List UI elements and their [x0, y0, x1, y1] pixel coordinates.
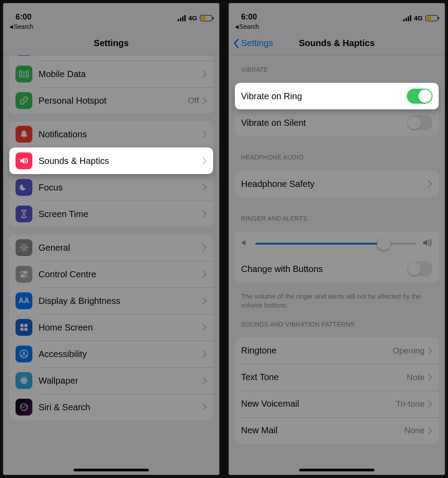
back-to-app[interactable]: ◀ Search	[229, 22, 445, 31]
speaker-high-icon	[422, 238, 432, 249]
settings-row-bluetooth[interactable]: Bluetooth On	[9, 55, 213, 61]
row-label: Siri & Search	[39, 402, 203, 412]
siri-icon	[16, 399, 32, 416]
volume-thumb[interactable]	[377, 237, 390, 250]
change-with-buttons-label: Change with Buttons	[241, 264, 407, 274]
settings-row-home-screen[interactable]: Home Screen	[9, 314, 213, 341]
battery-icon	[425, 15, 438, 21]
chevron-right-icon	[203, 324, 207, 331]
row-label: Personal Hotspot	[39, 96, 188, 106]
row-label: Notifications	[39, 129, 203, 140]
settings-row-control-centre[interactable]: Control Centre	[9, 261, 213, 288]
settings-row-general[interactable]: General	[9, 234, 213, 261]
row-label: Vibrate on Ring	[241, 91, 407, 101]
speaker-low-icon	[241, 238, 249, 249]
row-label: New Mail	[241, 425, 405, 435]
settings-row-mobile-data[interactable]: Mobile Data	[9, 61, 213, 87]
row-label: General	[39, 243, 203, 253]
change-with-buttons-row[interactable]: Change with Buttons	[235, 256, 439, 282]
settings-row-accessibility[interactable]: Accessibility	[9, 341, 213, 367]
toggle-vibrate-ring[interactable]	[407, 89, 432, 104]
status-bar: 6:00 4G	[229, 3, 445, 22]
back-app-label: Search	[239, 23, 259, 30]
sounds-haptics-screen: 6:00 4G ◀ Search Settings Sounds & Hapti…	[229, 3, 445, 475]
chevron-right-icon	[203, 271, 207, 278]
row-label: Focus	[39, 183, 203, 193]
signal-icon	[178, 15, 186, 21]
row-label: Home Screen	[39, 323, 203, 333]
settings-row-screen-time[interactable]: Screen Time	[9, 201, 213, 227]
change-with-buttons-toggle[interactable]	[407, 261, 432, 276]
row-label: Ringtone	[241, 346, 393, 356]
row-voicemail[interactable]: New Voicemail Tri-tone	[235, 391, 439, 417]
row-label: Vibrate on Silent	[241, 118, 407, 128]
navbar: Settings	[3, 31, 219, 55]
aa-icon: AA	[16, 292, 32, 309]
bluetooth-icon	[16, 55, 32, 56]
row-new-mail[interactable]: New Mail None	[235, 417, 439, 444]
toggle-vibrate-silent[interactable]	[407, 115, 432, 130]
gear-icon	[16, 239, 32, 256]
person-icon	[16, 346, 32, 362]
settings-row-personal-hotspot[interactable]: Personal Hotspot Off	[9, 87, 213, 114]
settings-group-alerts: Notifications Sounds & Haptics Focus Scr…	[9, 121, 213, 227]
row-value: None	[405, 426, 425, 435]
flower-icon	[16, 372, 32, 389]
row-ringtone[interactable]: Ringtone Opening	[235, 338, 439, 364]
navbar: Settings Sounds & Haptics	[229, 31, 445, 55]
switches-icon	[16, 266, 32, 283]
row-label: Text Tone	[241, 372, 407, 382]
settings-row-focus[interactable]: Focus	[9, 174, 213, 201]
row-label: Wallpaper	[39, 376, 203, 386]
speaker-icon	[16, 152, 32, 169]
row-vibrate-ring[interactable]: Vibrate on Ring	[235, 83, 439, 109]
page-title: Settings	[3, 38, 219, 48]
chevron-right-icon	[203, 350, 207, 358]
section-header-patterns: SOUNDS AND VIBRATION PATTERNS	[229, 310, 445, 330]
settings-row-siri[interactable]: Siri & Search	[9, 394, 213, 420]
row-label: Control Centre	[39, 269, 203, 280]
row-label: Headphone Safety	[241, 179, 428, 189]
back-button[interactable]: Settings	[229, 38, 273, 48]
settings-row-wallpaper[interactable]: Wallpaper	[9, 367, 213, 394]
back-to-app[interactable]: ◀ Search	[3, 22, 219, 31]
ringer-volume-slider[interactable]	[235, 232, 439, 256]
back-label: Settings	[241, 38, 273, 48]
settings-screen: 6:00 4G ◀ Search Settings Bluetooth On M…	[3, 3, 219, 475]
row-label: Sounds & Haptics	[39, 156, 203, 166]
home-indicator[interactable]	[299, 469, 374, 471]
status-time: 6:00	[16, 12, 31, 22]
link-icon	[16, 92, 32, 109]
row-value: Opening	[393, 346, 425, 356]
chevron-right-icon	[428, 374, 432, 381]
settings-group-connectivity: Bluetooth On Mobile Data Personal Hotspo…	[9, 55, 213, 114]
back-caret-icon: ◀	[9, 24, 13, 30]
signal-icon	[403, 15, 411, 21]
volume-track[interactable]	[255, 243, 416, 245]
ringer-group: Change with Buttons	[235, 232, 439, 282]
settings-row-notifications[interactable]: Notifications	[9, 121, 213, 148]
network-label: 4G	[414, 14, 423, 22]
hourglass-icon	[16, 206, 32, 222]
section-header-vibrate: VIBRATE	[229, 55, 445, 76]
row-headphone-safety[interactable]: Headphone Safety	[235, 171, 439, 197]
chevron-right-icon	[203, 377, 207, 384]
back-caret-icon: ◀	[235, 24, 238, 30]
settings-row-display[interactable]: AA Display & Brightness	[9, 288, 213, 314]
row-vibrate-silent[interactable]: Vibrate on Silent	[235, 109, 439, 136]
row-value: Tri-tone	[396, 399, 425, 409]
chevron-right-icon	[428, 347, 432, 354]
chevron-right-icon	[203, 210, 207, 218]
status-time: 6:00	[241, 12, 257, 22]
section-header-headphone: HEADPHONE AUDIO	[229, 143, 445, 163]
chevron-right-icon	[203, 157, 207, 164]
home-indicator[interactable]	[74, 469, 149, 471]
chevron-right-icon	[203, 244, 207, 251]
vibrate-group: Vibrate on Ring Vibrate on Silent	[235, 83, 439, 136]
grid-icon	[16, 319, 32, 336]
row-text-tone[interactable]: Text Tone Note	[235, 364, 439, 391]
chevron-right-icon	[428, 180, 432, 187]
back-app-label: Search	[14, 23, 33, 30]
settings-row-sounds-haptics[interactable]: Sounds & Haptics	[9, 148, 213, 174]
ringer-footer: The volume of the ringer and alerts will…	[229, 289, 445, 310]
